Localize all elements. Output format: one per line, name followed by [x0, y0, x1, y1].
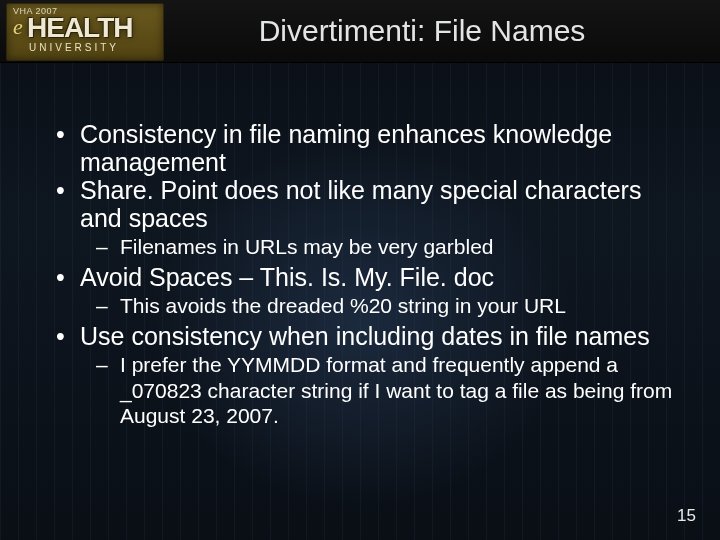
- sub-bullet-text: This avoids the dreaded %20 string in yo…: [120, 294, 566, 317]
- sub-bullet-text: Filenames in URLs may be very garbled: [120, 235, 494, 258]
- bullet-text: Avoid Spaces – This. Is. My. File. doc: [80, 263, 494, 291]
- bullet-item: Avoid Spaces – This. Is. My. File. doc T…: [52, 263, 680, 318]
- logo-e-italic: e: [13, 14, 23, 40]
- sub-bullet-text: I prefer the YYMMDD format and frequentl…: [120, 353, 672, 426]
- bullet-text: Use consistency when including dates in …: [80, 322, 650, 350]
- bullet-item: Use consistency when including dates in …: [52, 322, 680, 428]
- ehealth-logo: VHA 2007 e HEALTH UNIVERSITY: [6, 3, 164, 61]
- slide-title: Divertimenti: File Names: [164, 14, 720, 48]
- sub-bullet-item: I prefer the YYMMDD format and frequentl…: [90, 352, 680, 428]
- logo-university-text: UNIVERSITY: [29, 42, 119, 53]
- sub-bullet-item: This avoids the dreaded %20 string in yo…: [90, 293, 680, 318]
- bullet-text: Consistency in file naming enhances know…: [80, 120, 612, 176]
- bullet-item: Consistency in file naming enhances know…: [52, 120, 680, 176]
- bullet-item: Share. Point does not like many special …: [52, 176, 680, 259]
- page-number: 15: [677, 506, 696, 526]
- sub-bullet-item: Filenames in URLs may be very garbled: [90, 234, 680, 259]
- logo-health-text: HEALTH: [27, 12, 132, 44]
- slide-body: Consistency in file naming enhances know…: [52, 120, 680, 432]
- bullet-text: Share. Point does not like many special …: [80, 176, 641, 232]
- slide-header: VHA 2007 e HEALTH UNIVERSITY Divertiment…: [0, 0, 720, 63]
